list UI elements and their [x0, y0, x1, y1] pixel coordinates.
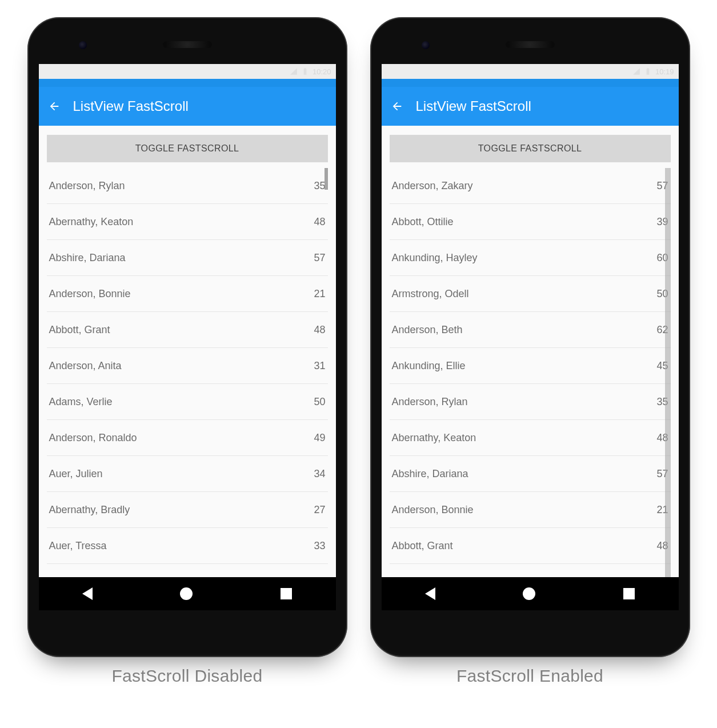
signal-icon [290, 67, 298, 75]
battery-icon [301, 67, 309, 75]
caption: FastScroll Enabled [456, 666, 603, 686]
caption: FastScroll Disabled [111, 666, 262, 686]
list-item[interactable]: Anderson, Bonnie21 [390, 492, 671, 528]
app-title: ListView FastScroll [73, 98, 189, 114]
app-title: ListView FastScroll [416, 98, 531, 114]
app-bar: ListView FastScroll [382, 87, 679, 126]
nav-back-icon[interactable] [82, 587, 93, 600]
list-item-value: 33 [314, 540, 325, 552]
list-item-name: Anderson, Anita [49, 360, 122, 372]
list-item[interactable]: Anderson, Bonnie21 [47, 276, 328, 312]
list-item[interactable]: Abshire, Dariana57 [47, 240, 328, 276]
content-area: TOGGLE FASTSCROLL Anderson, Rylan35 Aber… [39, 126, 336, 577]
listview[interactable]: Anderson, Zakary57 Abbott, Ottilie39 Ank… [390, 168, 671, 577]
list-item-name: Anderson, Bonnie [392, 504, 474, 516]
android-nav-bar [382, 577, 679, 610]
list-item[interactable]: Abernathy, Keaton48 [47, 204, 328, 240]
status-time: 10:20 [313, 67, 331, 76]
screen: 10:19 ListView FastScroll TOGGLE FASTSCR… [382, 64, 679, 610]
scrollbar-thin[interactable] [325, 168, 328, 190]
device-frame: 10:19 ListView FastScroll TOGGLE FASTSCR… [370, 17, 690, 657]
list-item-value: 57 [314, 252, 325, 264]
list-item[interactable]: Abbott, Ottilie39 [390, 204, 671, 240]
list-item[interactable]: Adams, Verlie50 [47, 384, 328, 420]
nav-recents-icon[interactable] [281, 588, 292, 599]
app-bar: ListView FastScroll [39, 87, 336, 126]
nav-home-icon[interactable] [523, 587, 535, 600]
list-item[interactable]: Ankunding, Hayley60 [390, 240, 671, 276]
list-item-name: Auer, Julien [49, 468, 103, 480]
list-item-value: 50 [314, 396, 325, 408]
list-item[interactable]: Anderson, Rylan35 [47, 168, 328, 204]
list-item-name: Adams, Verlie [49, 396, 113, 408]
list-item-name: Auer, Tressa [49, 540, 107, 552]
front-camera [79, 41, 87, 49]
list-item-name: Abshire, Dariana [49, 252, 126, 264]
android-nav-bar [39, 577, 336, 610]
nav-home-icon[interactable] [180, 587, 193, 600]
accent-strip [382, 79, 679, 87]
list-item[interactable]: Abbott, Grant48 [47, 312, 328, 348]
list-item-value: 21 [314, 288, 325, 300]
list-item[interactable]: Anderson, Zakary57 [390, 168, 671, 204]
status-bar: 10:20 [39, 64, 336, 79]
list-item-name: Anderson, Zakary [392, 180, 473, 192]
list-item[interactable]: Abbott, Grant48 [390, 528, 671, 564]
list-item-name: Armstrong, Odell [392, 288, 469, 300]
list-item-value: 31 [314, 360, 325, 372]
list-item-name: Anderson, Ronaldo [49, 432, 137, 444]
toggle-fastscroll-button[interactable]: TOGGLE FASTSCROLL [47, 135, 328, 162]
list-item[interactable]: Anderson, Ronaldo49 [47, 420, 328, 456]
list-item[interactable]: Auer, Julien34 [47, 456, 328, 492]
status-bar: 10:19 [382, 64, 679, 79]
list-item-name: Anderson, Rylan [49, 180, 125, 192]
list-item-value: 35 [314, 180, 325, 192]
back-arrow-icon[interactable] [48, 100, 61, 113]
front-camera [422, 41, 430, 49]
earpiece [506, 41, 555, 48]
status-time: 10:19 [655, 67, 674, 76]
toggle-label: TOGGLE FASTSCROLL [478, 143, 582, 154]
list-item[interactable]: Auer, Tressa33 [47, 528, 328, 564]
screen: 10:20 ListView FastScroll TOGGLE FASTSCR… [39, 64, 336, 610]
nav-recents-icon[interactable] [623, 588, 635, 599]
list-item-name: Ankunding, Hayley [392, 252, 478, 264]
list-item-name: Abernathy, Keaton [49, 216, 134, 228]
list-item[interactable]: Anderson, Rylan35 [390, 384, 671, 420]
list-item-name: Abbott, Ottilie [392, 216, 454, 228]
list-item[interactable]: Anderson, Anita31 [47, 348, 328, 384]
list-item[interactable]: Armstrong, Odell50 [390, 276, 671, 312]
content-area: TOGGLE FASTSCROLL Anderson, Zakary57 Abb… [382, 126, 679, 577]
phone-right: 10:19 ListView FastScroll TOGGLE FASTSCR… [370, 17, 690, 686]
list-item-name: Anderson, Rylan [392, 396, 468, 408]
list-item[interactable]: Anderson, Beth62 [390, 312, 671, 348]
list-item-name: Anderson, Bonnie [49, 288, 131, 300]
toggle-fastscroll-button[interactable]: TOGGLE FASTSCROLL [390, 135, 671, 162]
list-item-name: Ankunding, Ellie [392, 360, 466, 372]
back-arrow-icon[interactable] [391, 100, 403, 113]
list-item-value: 34 [314, 468, 325, 480]
list-item-name: Abernathy, Bradly [49, 504, 130, 516]
device-frame: 10:20 ListView FastScroll TOGGLE FASTSCR… [27, 17, 347, 657]
list-item[interactable]: Ankunding, Ellie45 [390, 348, 671, 384]
nav-back-icon[interactable] [425, 587, 435, 600]
list-item-value: 27 [314, 504, 325, 516]
phone-left: 10:20 ListView FastScroll TOGGLE FASTSCR… [27, 17, 347, 686]
list-item[interactable]: Abernathy, Bradly27 [47, 492, 328, 528]
list-item-name: Abbott, Grant [49, 324, 110, 336]
list-item-value: 48 [314, 216, 325, 228]
fastscroll-handle[interactable] [665, 168, 671, 577]
list-item-name: Abshire, Dariana [392, 468, 468, 480]
toggle-label: TOGGLE FASTSCROLL [135, 143, 239, 154]
list-item-value: 49 [314, 432, 325, 444]
list-item[interactable]: Abshire, Dariana57 [390, 456, 671, 492]
list-item-name: Anderson, Beth [392, 324, 463, 336]
list-item-name: Abernathy, Keaton [392, 432, 476, 444]
list-item[interactable]: Abernathy, Keaton48 [390, 420, 671, 456]
listview[interactable]: Anderson, Rylan35 Abernathy, Keaton48 Ab… [47, 168, 328, 577]
signal-icon [632, 67, 640, 75]
battery-icon [644, 67, 652, 75]
accent-strip [39, 79, 336, 87]
earpiece [163, 41, 212, 48]
list-item-name: Abbott, Grant [392, 540, 453, 552]
